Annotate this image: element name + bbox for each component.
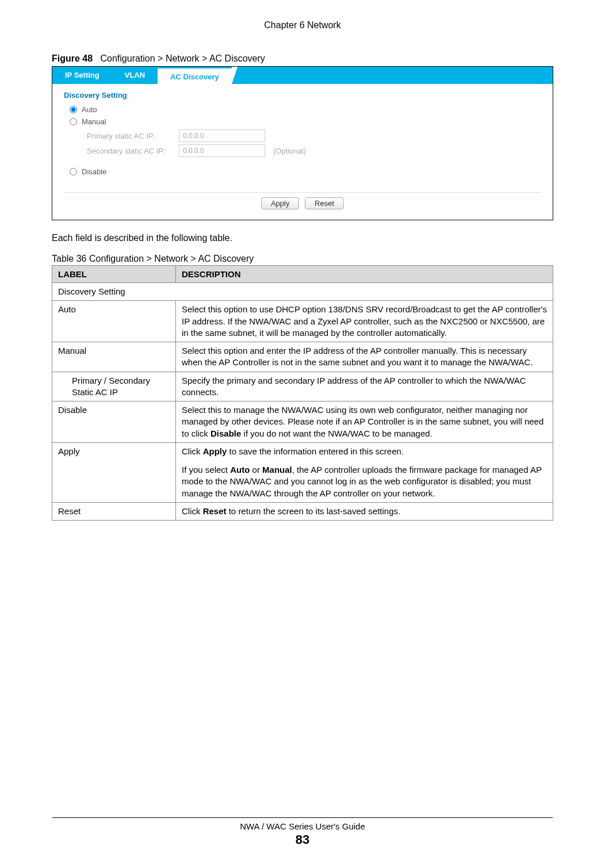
radio-manual[interactable] (70, 118, 77, 125)
tab-ip-setting[interactable]: IP Setting (52, 67, 112, 84)
table-caption: Table 36 Configuration > Network > AC Di… (52, 254, 553, 264)
radio-disable[interactable] (70, 168, 77, 175)
reset-button[interactable]: Reset (305, 197, 344, 209)
row-auto-desc: Select this option to use DHCP option 13… (176, 301, 553, 342)
tab-vlan[interactable]: VLAN (112, 67, 158, 84)
description-table: LABEL DESCRIPTION Discovery Setting Auto… (52, 265, 553, 521)
optional-label: (Optional) (273, 147, 306, 155)
row-discovery-setting: Discovery Setting (52, 283, 553, 301)
page-header: Chapter 6 Network (0, 0, 605, 30)
figure-caption: Figure 48 Configuration > Network > AC D… (52, 53, 553, 64)
page-footer: NWA / WAC Series User's Guide 83 (0, 817, 605, 847)
apply-button[interactable]: Apply (261, 197, 300, 209)
row-primary-secondary-label: Primary / Secondary Static AC IP (52, 372, 176, 402)
screenshot-figure: IP Setting VLAN AC Discovery Discovery S… (52, 66, 553, 220)
radio-auto[interactable] (70, 106, 77, 113)
radio-disable-label: Disable (82, 167, 106, 176)
row-manual-desc: Select this option and enter the IP addr… (176, 342, 553, 372)
tab-ac-discovery[interactable]: AC Discovery (158, 67, 232, 85)
radio-auto-label: Auto (82, 105, 97, 114)
table-header-label: LABEL (52, 266, 176, 283)
row-reset-desc: Click Reset to return the screen to its … (176, 502, 553, 520)
intro-text: Each field is described in the following… (52, 233, 553, 243)
row-auto-label: Auto (52, 301, 176, 342)
radio-manual-label: Manual (82, 117, 106, 126)
figure-label: Figure 48 (52, 53, 93, 63)
secondary-ip-input[interactable] (179, 144, 265, 157)
tabs-bar: IP Setting VLAN AC Discovery (52, 67, 553, 84)
row-disable-label: Disable (52, 402, 176, 443)
row-apply-desc: Click Apply to save the information ente… (176, 442, 553, 502)
table-header-description: DESCRIPTION (176, 266, 553, 283)
footer-page-number: 83 (0, 832, 605, 847)
primary-ip-label: Primary static AC IP: (87, 132, 179, 140)
secondary-ip-label: Secondary static AC IP: (87, 147, 179, 155)
row-reset-label: Reset (52, 502, 176, 520)
row-disable-desc: Select this to manage the NWA/WAC using … (176, 402, 553, 443)
row-apply-label: Apply (52, 442, 176, 502)
tab-edge (232, 67, 238, 84)
row-primary-secondary-desc: Specify the primary and secondary IP add… (176, 372, 553, 402)
figure-caption-text: Configuration > Network > AC Discovery (100, 53, 265, 63)
section-title-discovery: Discovery Setting (64, 91, 541, 100)
row-manual-label: Manual (52, 342, 176, 372)
primary-ip-input[interactable] (179, 129, 265, 142)
footer-title: NWA / WAC Series User's Guide (0, 821, 605, 831)
